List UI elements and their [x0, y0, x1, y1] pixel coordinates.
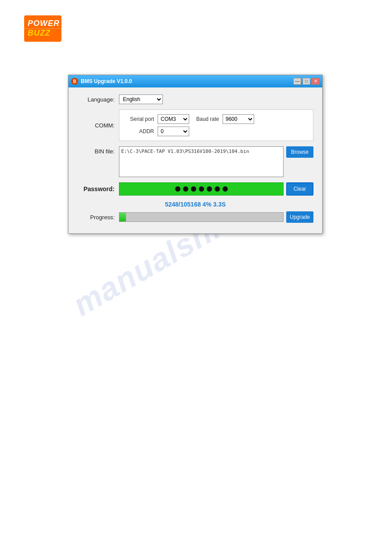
app-icon: B: [71, 78, 78, 85]
baud-rate-label: Baud rate: [193, 116, 219, 122]
password-label: Password:: [77, 185, 115, 192]
bin-file-label: BIN file:: [77, 146, 115, 155]
upgrade-button[interactable]: Upgrade: [286, 211, 313, 223]
password-dot-1: [175, 186, 180, 192]
title-bar-left: B BMS Upgrade V1.0.0: [71, 78, 132, 85]
language-label: Language:: [77, 96, 115, 103]
password-row: Password: Clear: [77, 182, 313, 196]
logo: POWER BUZZ: [24, 15, 61, 44]
addr-select[interactable]: 0 1 2 3: [158, 127, 189, 136]
close-button[interactable]: ✕: [312, 78, 320, 85]
window-body: Language: English Chinese COMM: Serial p…: [68, 87, 322, 233]
progress-bar-container: [119, 212, 284, 222]
comm-row: COMM: Serial port COM3 COM1 COM2 COM4 Ba…: [77, 109, 313, 141]
serial-port-select[interactable]: COM3 COM1 COM2 COM4: [158, 114, 189, 124]
maximize-button[interactable]: □: [302, 78, 310, 85]
password-dot-7: [223, 186, 228, 192]
bin-file-row: BIN file: Browse: [77, 146, 313, 177]
progress-row: Progress: Upgrade: [77, 211, 313, 223]
bin-file-textarea[interactable]: [119, 146, 284, 177]
svg-text:BUZZ: BUZZ: [28, 29, 50, 37]
baud-rate-select[interactable]: 9600 19200 38400 57600 115200: [223, 114, 254, 124]
window-controls: — □ ✕: [293, 78, 320, 85]
minimize-button[interactable]: —: [293, 78, 301, 85]
password-dot-5: [207, 186, 212, 192]
progress-info-text: 5248/105168 4% 3.3S: [77, 201, 313, 208]
password-dot-3: [191, 186, 196, 192]
addr-row: ADDR 0 1 2 3: [126, 127, 307, 136]
language-select[interactable]: English Chinese: [119, 94, 163, 104]
comm-box: Serial port COM3 COM1 COM2 COM4 Baud rat…: [119, 109, 313, 141]
window-title: BMS Upgrade V1.0.0: [81, 78, 132, 84]
comm-label: COMM:: [77, 122, 115, 129]
language-row: Language: English Chinese: [77, 94, 313, 104]
browse-button[interactable]: Browse: [286, 146, 313, 158]
bms-upgrade-window: B BMS Upgrade V1.0.0 — □ ✕ Language: Eng…: [68, 75, 323, 234]
password-dot-2: [183, 186, 188, 192]
progress-label: Progress:: [77, 214, 115, 221]
title-bar: B BMS Upgrade V1.0.0 — □ ✕: [68, 75, 322, 87]
clear-button[interactable]: Clear: [286, 182, 313, 196]
password-dot-6: [215, 186, 220, 192]
serial-port-row: Serial port COM3 COM1 COM2 COM4 Baud rat…: [126, 114, 307, 124]
svg-text:POWER: POWER: [28, 19, 60, 28]
addr-label: ADDR: [126, 128, 154, 134]
progress-bar-fill: [119, 213, 126, 221]
serial-port-label: Serial port: [126, 116, 154, 122]
password-field[interactable]: [119, 182, 284, 196]
password-dot-4: [199, 186, 204, 192]
